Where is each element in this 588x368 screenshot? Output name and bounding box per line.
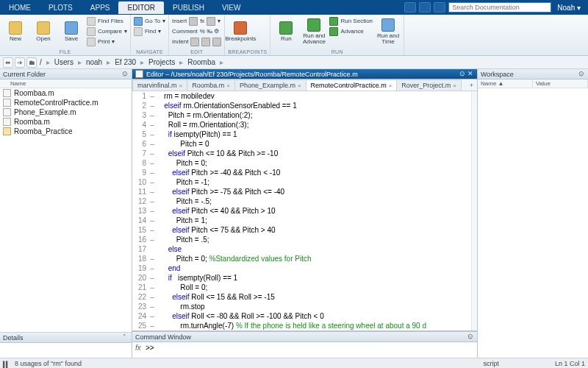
- insert-row[interactable]: Insert fx ▾: [172, 16, 221, 26]
- details-header: Details˄: [0, 333, 132, 343]
- editor-tab[interactable]: Rover_Project.m×: [396, 79, 462, 91]
- close-icon[interactable]: ×: [389, 82, 392, 89]
- find-files-label: Find Files: [98, 18, 123, 24]
- editor-menu-icon[interactable]: ⊙: [458, 70, 466, 78]
- nav-fwd-icon[interactable]: ➔: [15, 57, 25, 68]
- nav-back-icon[interactable]: ⬌: [3, 57, 13, 68]
- quick-access-icon[interactable]: [404, 2, 416, 13]
- pause-icon[interactable]: [3, 361, 9, 367]
- run-button[interactable]: Run: [273, 16, 298, 47]
- crumb-3[interactable]: Ef 230: [113, 58, 137, 66]
- insert-label: Insert: [172, 18, 187, 24]
- current-folder-menu-icon[interactable]: ⊙: [121, 70, 129, 78]
- compare-label: Compare: [98, 28, 122, 35]
- help-icon[interactable]: [419, 2, 431, 13]
- file-item[interactable]: Roombaa.m: [0, 88, 132, 98]
- goto-label: Go To: [145, 18, 160, 24]
- folder-icon[interactable]: 🖿: [26, 57, 37, 68]
- folder-item[interactable]: Roomba_Practice: [0, 127, 132, 136]
- crumb-4[interactable]: Projects: [147, 58, 176, 66]
- goto-button[interactable]: Go To ▾: [134, 16, 165, 26]
- file-item[interactable]: RemoteControlPractice.m: [0, 98, 132, 107]
- user-menu[interactable]: Noah ▾: [554, 4, 584, 12]
- fx-icon[interactable]: fx: [200, 18, 204, 24]
- command-window[interactable]: fx>>: [132, 342, 477, 358]
- breakpoints-button[interactable]: Breakpoints: [228, 16, 253, 47]
- editor-close-icon[interactable]: ✕: [466, 70, 474, 78]
- command-window-menu-icon[interactable]: ⊙: [466, 333, 474, 341]
- editor-tab[interactable]: marvinfinal.m×: [132, 79, 187, 91]
- editor-tab[interactable]: Phone_Example.m×: [234, 79, 306, 91]
- scrollbar[interactable]: [471, 91, 477, 330]
- new-tab-button[interactable]: +: [466, 80, 477, 91]
- workspace-col-name[interactable]: Name ▲: [478, 79, 533, 88]
- editor-tabbar: marvinfinal.m× Roomba.m× Phone_Example.m…: [132, 79, 477, 91]
- crumb-5[interactable]: Roomba: [186, 58, 217, 66]
- file-label: Roomba_Practice: [14, 127, 72, 135]
- tab-label: Roomba.m: [192, 82, 224, 89]
- crumb-2[interactable]: noah: [85, 58, 104, 66]
- menu-tab-editor[interactable]: EDITOR: [118, 1, 164, 14]
- open-button[interactable]: Open: [31, 16, 56, 47]
- run-section-label: Run Section: [340, 18, 373, 24]
- search-input[interactable]: [448, 2, 551, 13]
- menu-tab-apps[interactable]: APPS: [82, 1, 119, 14]
- find-button[interactable]: Find ▾: [134, 26, 165, 36]
- comment-row[interactable]: Comment % ‰ ⚙: [172, 26, 221, 36]
- current-folder-header: Current Folder⊙: [0, 69, 132, 79]
- editor-header: Editor – /Users/noah/Ef 230/Projects/Roo…: [132, 69, 477, 79]
- menu-tab-view[interactable]: VIEW: [213, 1, 250, 14]
- code-editor[interactable]: 1– rm = mobiledev 2– elseif rm.Orientati…: [132, 91, 477, 330]
- run-time-label: Run and Time: [377, 33, 399, 45]
- group-breakpoints-title: BREAKPOINTS: [228, 49, 267, 55]
- group-run-title: RUN: [273, 49, 401, 55]
- group-file-title: FILE: [3, 49, 127, 55]
- advance-label: Advance: [340, 28, 363, 35]
- run-time-button[interactable]: Run and Time: [376, 16, 401, 47]
- crumb-1[interactable]: Users: [53, 58, 75, 66]
- status-usages: 8 usages of "rm" found: [15, 360, 82, 367]
- find-label: Find: [145, 28, 157, 35]
- comment-label: Comment: [172, 28, 198, 35]
- close-icon[interactable]: ×: [453, 82, 456, 89]
- indent-label: Indent: [172, 38, 188, 45]
- group-navigate-title: NAVIGATE: [134, 49, 165, 55]
- filelist-column-header[interactable]: Name: [0, 79, 132, 88]
- new-button[interactable]: New: [3, 16, 28, 47]
- close-icon[interactable]: ×: [226, 82, 230, 89]
- print-button[interactable]: Print ▾: [87, 37, 127, 46]
- chevron-up-icon[interactable]: ˄: [121, 333, 129, 342]
- save-label: Save: [65, 36, 78, 42]
- workspace-col-value[interactable]: Value: [533, 79, 588, 88]
- user-label: Noah: [557, 4, 575, 12]
- run-advance-button[interactable]: Run and Advance: [301, 16, 326, 47]
- editor-tab[interactable]: RemoteControlPractice.m×: [306, 79, 398, 91]
- advance-button[interactable]: Advance: [329, 26, 373, 36]
- compare-button[interactable]: Compare ▾: [87, 26, 127, 36]
- run-label: Run: [281, 36, 292, 42]
- editor-tab[interactable]: Roomba.m×: [187, 79, 235, 91]
- file-label: Roombaa.m: [14, 89, 54, 97]
- print-label: Print: [98, 38, 110, 45]
- indent-row[interactable]: Indent: [172, 37, 221, 46]
- search-icon[interactable]: [434, 2, 445, 13]
- find-files-button[interactable]: Find Files: [87, 16, 127, 26]
- tab-label: marvinfinal.m: [137, 82, 177, 89]
- menu-tab-publish[interactable]: PUBLISH: [164, 1, 213, 14]
- run-section-button[interactable]: Run Section: [329, 16, 373, 26]
- close-icon[interactable]: ×: [179, 82, 183, 89]
- breakpoints-label: Breakpoints: [225, 36, 256, 42]
- menu-tab-plots[interactable]: PLOTS: [40, 1, 82, 14]
- editor-title: Editor – /Users/noah/Ef 230/Projects/Roo…: [146, 71, 358, 78]
- file-item[interactable]: Roomba.m: [0, 117, 132, 127]
- workspace-menu-icon[interactable]: ⊙: [577, 70, 585, 78]
- file-item[interactable]: Phone_Example.m: [0, 107, 132, 117]
- menu-tab-home[interactable]: HOME: [0, 1, 40, 14]
- command-window-header: Command Window⊙: [132, 332, 477, 342]
- crumb-root[interactable]: /: [38, 58, 43, 66]
- save-button[interactable]: Save: [59, 16, 84, 47]
- new-label: New: [10, 36, 21, 42]
- tab-label: RemoteControlPractice.m: [311, 82, 387, 89]
- close-icon[interactable]: ×: [298, 82, 301, 89]
- fx-icon[interactable]: fx: [135, 344, 146, 352]
